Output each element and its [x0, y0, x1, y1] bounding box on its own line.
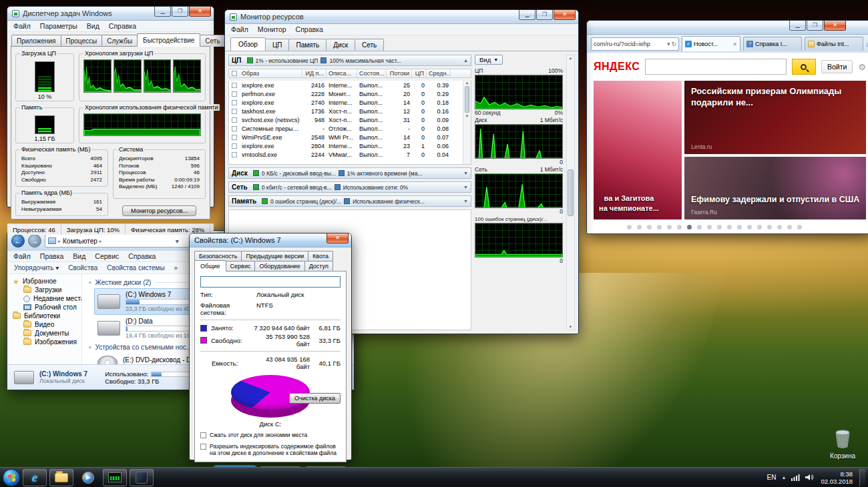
menu-item[interactable]: Файл — [9, 251, 35, 262]
tab[interactable]: Безопасность — [194, 251, 242, 261]
login-button[interactable]: Войти — [821, 60, 853, 73]
refresh-icon[interactable]: ↻ — [671, 41, 676, 47]
collapse-chevron-icon[interactable]: ▲ — [463, 58, 468, 63]
tab[interactable]: Предыдущие версии — [241, 251, 308, 261]
news-image-skaters[interactable]: ва и Загитова на чемпионате... — [594, 81, 682, 219]
tab[interactable]: Обзор — [230, 37, 266, 51]
tab[interactable]: Службы — [101, 35, 138, 47]
carousel-dot[interactable] — [737, 225, 742, 229]
tab[interactable]: Оборудование — [254, 261, 304, 272]
taskbar-resource-monitor-icon[interactable] — [103, 469, 127, 486]
carousel-dot[interactable] — [637, 225, 642, 229]
close-button[interactable]: ✕ — [189, 7, 211, 17]
view-button[interactable]: Вид ▼ — [475, 55, 503, 65]
address-bar[interactable]: ▾ ↻ — [591, 37, 679, 51]
menu-item[interactable]: Монитор — [253, 24, 291, 35]
titlebar[interactable]: Диспетчер задач Windows ▁ ❐ ✕ — [7, 7, 214, 21]
ie-titlebar[interactable]: ▁ ❐ ✕ — [587, 21, 868, 35]
sidebar-item-desktop[interactable]: Рабочий стол — [7, 303, 81, 312]
process-row[interactable]: vmtoolsd.exe 2244 VMwar... Выпол... 7 0 … — [229, 150, 471, 159]
process-checkbox[interactable] — [232, 126, 237, 131]
tab[interactable]: ЦП — [265, 39, 290, 51]
expand-chevron-icon[interactable]: ▼ — [463, 185, 468, 189]
carousel-dot[interactable] — [777, 225, 782, 229]
disk-cleanup-button[interactable]: Очистка диска — [289, 393, 341, 404]
tab[interactable]: Сеть — [355, 39, 384, 51]
carousel-dot[interactable] — [767, 225, 772, 229]
close-button[interactable]: ✕ — [327, 233, 349, 244]
menu-item[interactable]: Файл — [9, 21, 35, 31]
tab[interactable]: Сервис — [226, 261, 256, 272]
maximize-button[interactable]: ❐ — [536, 10, 553, 20]
process-checkbox[interactable] — [232, 143, 237, 149]
checkbox[interactable] — [200, 432, 206, 438]
process-checkbox[interactable] — [232, 135, 237, 140]
forward-button[interactable]: → — [28, 234, 41, 248]
address-dropdown-icon[interactable]: ▾ — [667, 41, 670, 47]
menu-item[interactable]: Справка — [104, 21, 141, 31]
address-dropdown-icon[interactable]: ▾ — [176, 237, 179, 245]
process-row[interactable]: Системные прерывания - Отлож... Выпол...… — [229, 124, 471, 133]
tab-files[interactable]: Файлы Int... — [805, 37, 863, 51]
sidebar-item-recent[interactable]: Недавние места — [7, 294, 81, 303]
menu-item[interactable]: Параметры — [35, 21, 82, 31]
tab[interactable]: Доступ — [304, 261, 333, 272]
yandex-search-button[interactable] — [792, 59, 816, 75]
news-item-lenta[interactable]: Российским призерам Олимпиады подарили н… — [684, 81, 866, 154]
process-checkbox[interactable] — [232, 117, 237, 123]
menu-item[interactable]: Вид — [82, 21, 104, 31]
close-button[interactable]: ✕ — [554, 10, 576, 20]
disk-section-header[interactable]: Диск 0 КБ/с - дисковый ввод-вы... 1% акт… — [228, 167, 471, 179]
tab-news[interactable]: e Новост... ✕ — [682, 36, 740, 51]
sidebar-item-video[interactable]: Видео — [7, 320, 81, 329]
breadcrumb[interactable]: Компьютер — [63, 237, 97, 245]
toolbar-button[interactable]: Упорядочить ▾ — [14, 264, 59, 272]
close-button[interactable]: ✕ — [824, 21, 846, 31]
tab[interactable]: Диск — [326, 39, 355, 51]
titlebar[interactable]: Монитор ресурсов ▁ ❐ ✕ — [225, 10, 578, 24]
process-row[interactable]: WmiPrvSE.exe 2548 WMI Pr... Выпол... 14 … — [229, 133, 471, 141]
carousel-dot[interactable] — [717, 225, 722, 229]
checkbox[interactable] — [200, 444, 206, 450]
clock[interactable]: 8:38 02.03.2018 — [821, 470, 853, 485]
network-icon[interactable] — [791, 474, 800, 481]
sidebar-item-documents[interactable]: Документы — [7, 329, 81, 338]
window-scrollbar[interactable]: ▲▼ — [566, 55, 575, 330]
volume-label-input[interactable] — [200, 276, 341, 288]
memory-section-header[interactable]: Память 0 ошибок страниц (диск)/... Испол… — [228, 195, 471, 207]
sidebar-item-downloads[interactable]: Загрузки — [7, 286, 81, 294]
carousel-dot[interactable] — [687, 225, 692, 229]
process-row[interactable]: taskhost.exe 1736 Хост-п... Выпол... 12 … — [229, 107, 471, 115]
tab[interactable]: Память — [288, 39, 327, 51]
process-row[interactable]: iexplore.exe 2740 Interne... Выпол... 14… — [229, 98, 471, 107]
tab[interactable]: Приложения — [11, 35, 61, 47]
search-input[interactable] — [646, 59, 786, 74]
carousel-dot[interactable] — [667, 225, 672, 229]
page-gear-icon[interactable]: ⚙ — [858, 62, 866, 72]
show-desktop-button[interactable] — [859, 469, 865, 486]
carousel-dot[interactable] — [677, 225, 682, 229]
menu-item[interactable]: Правка — [35, 251, 68, 262]
taskbar-app-icon[interactable] — [130, 469, 154, 486]
tray-expand-icon[interactable]: ▲ — [782, 475, 787, 480]
process-checkbox[interactable] — [232, 91, 237, 97]
carousel-dot[interactable] — [697, 225, 702, 229]
tab[interactable]: Сеть — [200, 35, 225, 47]
language-indicator[interactable]: EN — [767, 474, 777, 481]
toolbar-button[interactable]: » — [174, 264, 178, 272]
carousel-dot[interactable] — [797, 225, 802, 229]
yandex-search-field[interactable] — [645, 59, 787, 75]
menu-item[interactable]: Вид — [68, 251, 90, 262]
tab[interactable]: Быстродействие — [137, 33, 200, 47]
carousel-dot[interactable] — [627, 225, 632, 229]
index-checkbox-row[interactable]: Разрешить индексировать содержимое файло… — [200, 443, 341, 457]
menu-item[interactable]: Сервис — [90, 251, 124, 262]
carousel-dot[interactable] — [727, 225, 732, 229]
process-row[interactable]: iexplore.exe 2416 Interne... Выпол... 25… — [229, 81, 471, 89]
process-checkbox[interactable] — [232, 83, 237, 88]
table-scrollbar[interactable]: ▲▼ — [463, 81, 471, 164]
menu-item[interactable]: Файл — [226, 24, 253, 35]
taskbar-ie-icon[interactable]: e — [23, 469, 47, 486]
taskbar-explorer-icon[interactable] — [49, 469, 73, 486]
tab-close-icon[interactable]: ✕ — [732, 41, 737, 47]
